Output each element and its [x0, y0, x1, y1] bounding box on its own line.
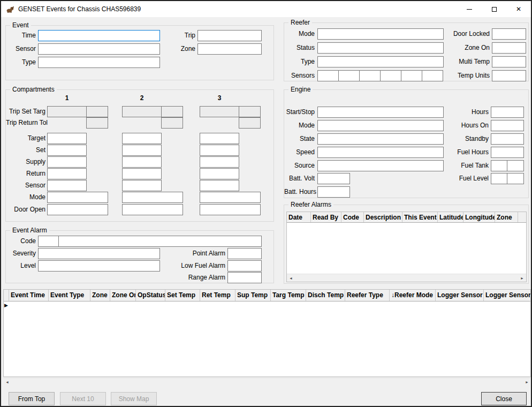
events-hscrollbar[interactable]: ◄ ►: [3, 378, 531, 386]
reefer-alarms-col-date[interactable]: Date: [287, 212, 311, 222]
reefer-alarms-col-zone[interactable]: Zone: [495, 212, 518, 222]
events-col-sup-temp[interactable]: Sup Temp: [235, 290, 271, 301]
event-sensor-input[interactable]: [38, 43, 160, 55]
events-col-logger-sensor-2[interactable]: Logger Sensor 2: [484, 290, 531, 301]
comp1-door-open-input[interactable]: [47, 204, 108, 215]
comp1-trip-set-tol-input[interactable]: [86, 106, 108, 117]
comp3-trip-return-tol-input[interactable]: [239, 117, 261, 129]
comp3-trip-set-tol-input[interactable]: [239, 106, 261, 117]
event-alarm-code-desc-input[interactable]: [58, 236, 262, 247]
events-col-opstatus[interactable]: OpStatus: [136, 290, 165, 301]
comp2-door-open-input[interactable]: [122, 204, 183, 215]
scroll-right-icon[interactable]: ►: [518, 274, 526, 282]
event-trip-input[interactable]: [197, 30, 262, 41]
comp1-trip-return-tol-input[interactable]: [86, 117, 108, 129]
comp2-mode-input[interactable]: [122, 192, 183, 203]
comp2-supply-input[interactable]: [122, 156, 162, 168]
reefer-door-locked-input[interactable]: [492, 28, 526, 40]
com3-return-input[interactable]: [200, 168, 239, 179]
event-time-input[interactable]: [38, 30, 160, 41]
events-col-ret-temp[interactable]: Ret Temp: [200, 290, 235, 301]
engine-hours-on-input[interactable]: [491, 120, 524, 131]
maximize-button[interactable]: [482, 1, 506, 17]
events-col-disch-temp[interactable]: Disch Temp: [306, 290, 345, 301]
scroll-left-icon[interactable]: ◄: [287, 274, 295, 282]
engine-fuel-tank-input-1[interactable]: [491, 160, 507, 171]
low-fuel-alarm-input[interactable]: [227, 260, 262, 272]
reefer-status-input[interactable]: [317, 42, 444, 54]
comp2-return-input[interactable]: [122, 168, 162, 179]
comp2-sensor-input[interactable]: [122, 180, 162, 191]
event-alarm-code-input[interactable]: [38, 236, 59, 247]
from-top-button[interactable]: From Top: [9, 392, 55, 405]
engine-fuel-hours-input[interactable]: [491, 147, 524, 158]
scroll-right-icon[interactable]: ►: [523, 378, 531, 386]
comp1-sensor-input[interactable]: [47, 180, 87, 191]
comp1-return-input[interactable]: [47, 168, 87, 179]
engine-batt-hours-input[interactable]: [317, 186, 350, 198]
reefer-sensor-input-1[interactable]: [317, 70, 339, 81]
events-col-event-time[interactable]: Event Time: [9, 290, 49, 301]
close-dialog-button[interactable]: Close: [481, 392, 527, 405]
range-alarm-input[interactable]: [227, 272, 262, 283]
reefer-zone-on-input[interactable]: [492, 42, 526, 54]
engine-source-input[interactable]: [317, 160, 444, 171]
engine-hours-input[interactable]: [491, 107, 524, 118]
event-zone-input[interactable]: [197, 43, 262, 55]
reefer-type-input[interactable]: [317, 56, 444, 67]
reefer-mode-input[interactable]: [317, 28, 444, 40]
events-col-set-temp[interactable]: Set Temp: [165, 290, 200, 301]
comp3-mode-input[interactable]: [200, 192, 261, 203]
reefer-alarms-col-code[interactable]: Code: [341, 212, 364, 222]
events-col-logger-sensor-1[interactable]: Logger Sensor 1: [436, 290, 484, 301]
engine-speed-input[interactable]: [317, 147, 444, 158]
comp1-trip-set-targ-input[interactable]: [47, 106, 87, 117]
reefer-alarms-col-latitude[interactable]: Latitude: [438, 212, 463, 222]
reefer-sensor-input-3[interactable]: [359, 70, 381, 81]
comp3-trip-set-targ-input[interactable]: [200, 106, 239, 117]
engine-state-input[interactable]: [317, 133, 444, 145]
engine-fuel-tank-input-2[interactable]: [507, 160, 524, 171]
reefer-alarms-col-longitude[interactable]: Longitude: [463, 212, 495, 222]
comp2-set-input[interactable]: [122, 145, 162, 156]
events-col-reefer-type[interactable]: Reefer Type: [345, 290, 390, 301]
engine-start-stop-input[interactable]: [317, 107, 444, 118]
engine-mode-input[interactable]: [317, 120, 444, 131]
events-col-reefer-mode[interactable]: ↓Reefer Mode: [390, 290, 436, 301]
comp1-target-input[interactable]: [47, 133, 87, 144]
minimize-button[interactable]: [457, 1, 482, 17]
events-col-event-type[interactable]: Event Type: [49, 290, 90, 301]
point-alarm-input[interactable]: [227, 248, 262, 259]
events-col-zone[interactable]: Zone: [90, 290, 110, 301]
reefer-alarms-col-read-by[interactable]: Read By: [311, 212, 341, 222]
comp3-door-open-input[interactable]: [200, 204, 261, 215]
engine-fuel-level-input-1[interactable]: [491, 173, 507, 184]
events-col-zone-on[interactable]: Zone On: [110, 290, 136, 301]
reefer-sensor-input-2[interactable]: [338, 70, 360, 81]
engine-batt-volt-input[interactable]: [317, 173, 350, 184]
scroll-left-icon[interactable]: ◄: [3, 378, 11, 386]
engine-fuel-level-input-2[interactable]: [507, 173, 524, 184]
comp1-mode-input[interactable]: [47, 192, 108, 203]
comp3-target-input[interactable]: [200, 133, 239, 144]
comp1-set-input[interactable]: [47, 145, 87, 156]
reefer-sensor-input-4[interactable]: [380, 70, 401, 81]
reefer-alarms-col-this-event[interactable]: This Event: [402, 212, 438, 222]
event-alarm-level-input[interactable]: [38, 260, 160, 272]
reefer-temp-units-input[interactable]: [492, 70, 526, 81]
comp2-trip-return-tol-input[interactable]: [161, 117, 183, 129]
event-alarm-severity-input[interactable]: [38, 248, 160, 259]
engine-standby-input[interactable]: [491, 133, 524, 145]
comp2-trip-set-targ-input[interactable]: [122, 106, 162, 117]
reefer-sensor-input-5[interactable]: [401, 70, 422, 81]
comp3-set-input[interactable]: [200, 145, 239, 156]
reefer-alarms-col-description[interactable]: Description: [364, 212, 402, 222]
comp2-target-input[interactable]: [122, 133, 162, 144]
event-type-input[interactable]: [38, 57, 160, 68]
comp2-trip-set-tol-input[interactable]: [161, 106, 183, 117]
comp3-sensor-input[interactable]: [200, 180, 239, 191]
close-button[interactable]: ✕: [506, 1, 531, 17]
comp3-supply-input[interactable]: [200, 156, 239, 168]
events-col-targ-temp[interactable]: Targ Temp: [271, 290, 306, 301]
comp1-supply-input[interactable]: [47, 156, 87, 168]
